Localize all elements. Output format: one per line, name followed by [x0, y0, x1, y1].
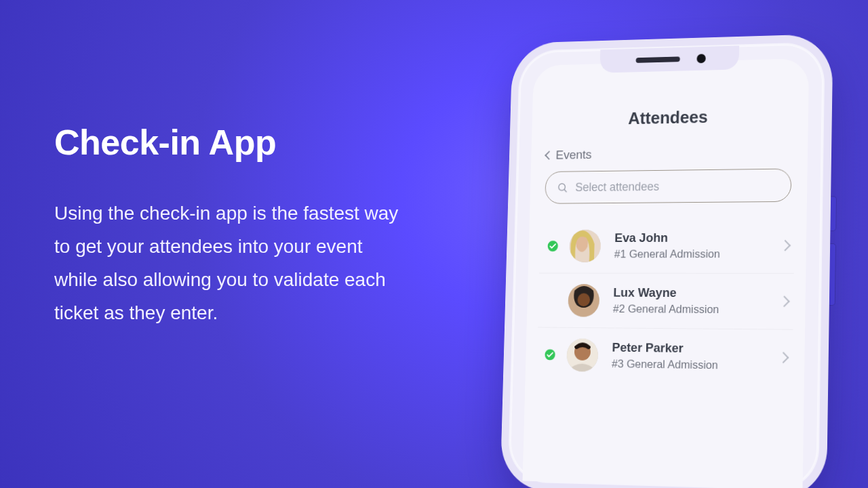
svg-line-1 — [564, 190, 566, 192]
phone-screen: Attendees Events Select attendees — [523, 58, 810, 488]
avatar — [566, 338, 598, 371]
avatar — [568, 284, 599, 317]
marketing-body: Using the check-in app is the fastest wa… — [54, 197, 407, 329]
check-circle-icon — [547, 239, 559, 252]
attendee-ticket: #1 General Admission — [614, 247, 764, 261]
back-label: Events — [555, 148, 591, 163]
attendee-name: Eva John — [614, 230, 764, 245]
attendee-meta: Peter Parker #3 General Admission — [612, 340, 763, 373]
attendee-row[interactable]: Eva John #1 General Admission — [539, 218, 795, 273]
attendee-row[interactable]: Peter Parker #3 General Admission — [536, 327, 793, 385]
attendee-list: Eva John #1 General Admission — [525, 218, 806, 386]
search-placeholder: Select attendees — [575, 180, 659, 195]
attendee-name: Lux Wayne — [613, 285, 764, 300]
phone-side-button — [829, 197, 835, 230]
screen-title: Attendees — [532, 105, 808, 131]
marketing-copy: Check-in App Using the check-in app is t… — [54, 122, 407, 329]
chevron-right-icon — [778, 296, 789, 307]
promo-stage: Check-in App Using the check-in app is t… — [0, 0, 868, 488]
attendee-meta: Eva John #1 General Admission — [614, 230, 765, 262]
attendee-meta: Lux Wayne #2 General Admission — [613, 285, 764, 317]
marketing-title: Check-in App — [54, 122, 407, 163]
chevron-right-icon — [778, 352, 789, 363]
phone-mockup: Attendees Events Select attendees — [509, 43, 823, 488]
attendee-name: Peter Parker — [612, 340, 762, 357]
attendee-ticket: #2 General Admission — [613, 302, 764, 317]
attendee-ticket: #3 General Admission — [612, 357, 762, 373]
chevron-right-icon — [780, 240, 791, 251]
avatar — [569, 230, 601, 262]
check-circle-icon — [544, 348, 557, 362]
phone-notch — [600, 45, 740, 73]
phone-side-button — [828, 244, 835, 305]
search-icon — [557, 182, 568, 193]
chevron-left-icon — [545, 150, 553, 159]
attendee-row[interactable]: Lux Wayne #2 General Admission — [538, 272, 794, 329]
back-button[interactable]: Events — [531, 144, 808, 172]
phone-body: Attendees Events Select attendees — [509, 43, 823, 488]
search-input[interactable]: Select attendees — [545, 168, 791, 203]
